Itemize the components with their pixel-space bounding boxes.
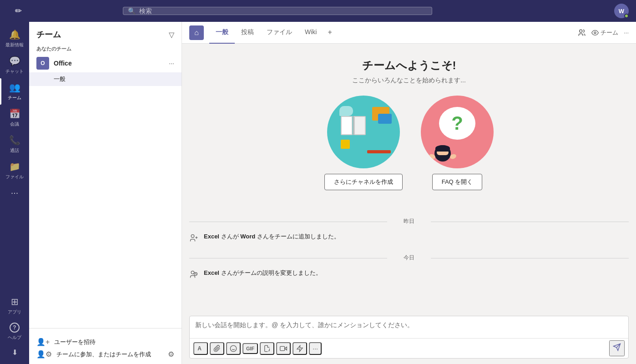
message-input-area: A GIF [189, 316, 629, 359]
main-content: ⌂ 一般 投稿 ファイル Wiki + [182, 22, 636, 364]
channel-home-tab[interactable]: ⌂ [189, 25, 204, 40]
yellow-square [341, 140, 350, 149]
home-icon: ⌂ [194, 29, 199, 37]
top-bar-left: ✏ [7, 6, 29, 16]
add-tab-button[interactable]: + [323, 22, 336, 44]
join-team-item[interactable]: 👤⚙ チームに参加、またはチームを作成 [36, 350, 151, 359]
member-added-icon [189, 233, 198, 245]
welcome-title: チームへようこそ! [362, 58, 456, 73]
channel-tabs: 一般 投稿 ファイル Wiki + [209, 22, 337, 44]
settings-gear-icon[interactable]: ⚙ [168, 350, 174, 359]
message-input[interactable] [195, 321, 623, 329]
sticker-button[interactable] [260, 342, 274, 355]
tab-wiki[interactable]: Wiki [298, 22, 323, 44]
faq-illustration: ? [421, 96, 494, 168]
activity-text-member-added: Excel さんが Word さんをチームに追加しました。 [204, 233, 340, 241]
header-more-button[interactable]: ··· [624, 29, 629, 36]
calls-icon: 📞 [9, 135, 20, 146]
pink-decoration: ? [430, 105, 485, 159]
activity-item-description-changed: Excel さんがチームの説明を変更しました。 [189, 265, 629, 285]
search-icon: 🔍 [128, 7, 136, 15]
apps-icon: ⊞ [11, 296, 19, 307]
teal-decoration [334, 102, 393, 162]
description-changed-icon [189, 270, 198, 281]
filter-icon[interactable]: ▽ [169, 30, 174, 39]
send-message-button[interactable] [609, 340, 625, 356]
team-sidebar: チーム ▽ あなたのチーム O Office ··· 一般 👤+ ユーザーを招待… [29, 22, 182, 364]
members-button[interactable] [578, 29, 586, 37]
sidebar-item-calls[interactable]: 📞 通話 [0, 131, 29, 157]
files-icon: 📁 [9, 161, 20, 172]
date-divider-today: 今日 [189, 254, 629, 262]
meet-button[interactable] [276, 342, 291, 355]
person-illustration [434, 145, 451, 162]
teams-icon: 👥 [9, 82, 20, 93]
channel-item-general[interactable]: 一般 [29, 72, 182, 86]
svg-rect-12 [280, 346, 285, 350]
sidebar-item-chat[interactable]: 💬 チャット [0, 52, 29, 78]
svg-point-1 [594, 32, 596, 34]
sidebar-item-teams[interactable]: 👥 チーム [0, 78, 29, 105]
download-icon: ⬇ [12, 348, 18, 357]
join-team-row: 👤⚙ チームに参加、またはチームを作成 ⚙ [36, 350, 174, 359]
join-team-icon: 👤⚙ [36, 350, 52, 359]
team-avatar-office: O [36, 57, 49, 70]
question-mark: ? [451, 112, 463, 134]
speech-bubble [339, 106, 353, 116]
activity-item-member-added: Excel さんが Word さんをチームに追加しました。 [189, 229, 629, 248]
sidebar-item-help[interactable]: ? ヘルプ [8, 319, 21, 344]
activity-text-description-changed: Excel さんがチームの説明を変更しました。 [204, 269, 322, 277]
svg-text:A: A [197, 345, 202, 352]
pencil-body [367, 150, 391, 153]
open-faq-button[interactable]: FAQ を開く [432, 174, 483, 190]
sidebar-item-activity[interactable]: 🔔 最新情報 [0, 25, 29, 52]
book-illustration [341, 116, 366, 139]
emoji-button[interactable] [226, 342, 241, 355]
message-input-toolbar: A GIF [190, 338, 628, 358]
attach-file-button[interactable] [210, 342, 224, 355]
calendar-icon: 📅 [9, 108, 20, 119]
gif-button[interactable]: GIF [242, 343, 258, 354]
more-icon: ··· [11, 187, 19, 198]
sidebar-item-apps[interactable]: ⊞ アプリ [8, 293, 21, 319]
svg-point-0 [580, 30, 582, 32]
channel-header-right: チーム ··· [578, 29, 629, 37]
tab-general[interactable]: 一般 [209, 22, 235, 44]
team-item-office[interactable]: O Office ··· [29, 54, 182, 72]
nav-bottom: ⊞ アプリ ? ヘルプ ⬇ [8, 293, 21, 364]
compose-icon[interactable]: ✏ [15, 6, 22, 16]
top-bar-right: W [614, 4, 629, 18]
message-input-top [190, 316, 628, 338]
sidebar-footer: 👤+ ユーザーを招待 👤⚙ チームに参加、またはチームを作成 ⚙ [29, 328, 182, 364]
activity-icon: 🔔 [9, 29, 20, 40]
tab-files[interactable]: ファイル [260, 22, 298, 44]
sidebar-item-download[interactable]: ⬇ [8, 344, 21, 360]
date-divider-yesterday: 昨日 [189, 217, 629, 225]
sidebar-item-files[interactable]: 📁 ファイル [0, 157, 29, 184]
tab-posts[interactable]: 投稿 [235, 22, 260, 44]
praise-button[interactable] [293, 342, 307, 355]
team-sidebar-header: チーム ▽ [29, 22, 182, 44]
welcome-cards: さらにチャネルを作成 ? [324, 96, 494, 190]
svg-point-8 [230, 345, 236, 351]
view-team-button[interactable]: チーム [591, 29, 618, 37]
svg-point-2 [191, 235, 194, 238]
team-more-button[interactable]: ··· [169, 60, 174, 67]
help-icon: ? [10, 323, 20, 333]
messages-area: チームへようこそ! ここからいろんなことを始められます... [182, 44, 636, 312]
sidebar-item-more[interactable]: ··· [0, 184, 29, 202]
invite-users-item[interactable]: 👤+ ユーザーを招待 [36, 334, 174, 350]
format-text-button[interactable]: A [193, 342, 208, 355]
search-input[interactable] [139, 7, 427, 15]
svg-point-5 [191, 271, 194, 274]
sidebar-item-calendar[interactable]: 📅 会議 [0, 105, 29, 131]
search-bar[interactable]: 🔍 [123, 7, 432, 15]
avatar[interactable]: W [614, 4, 629, 18]
create-channel-button[interactable]: さらにチャネルを作成 [324, 174, 403, 190]
invite-users-icon: 👤+ [36, 338, 50, 346]
svg-marker-13 [297, 345, 303, 351]
paint-block-blue [378, 114, 392, 124]
more-tools-button[interactable]: ··· [309, 342, 322, 355]
teams-section-title: チーム [36, 29, 61, 40]
avatar-status-dot [624, 14, 629, 18]
